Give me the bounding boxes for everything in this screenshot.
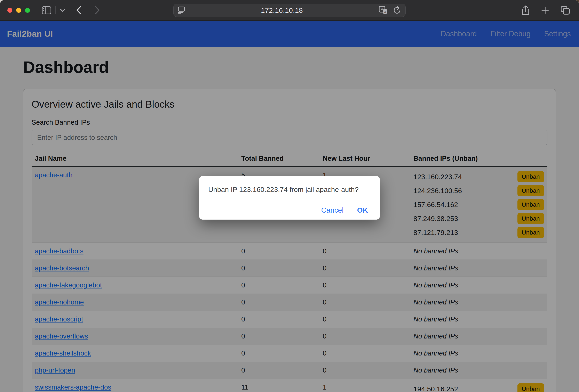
chevron-left-icon — [76, 6, 81, 14]
svg-text:x: x — [384, 10, 386, 13]
confirm-dialog: Unban IP 123.160.223.74 from jail apache… — [199, 176, 380, 220]
chevron-down-icon — [60, 9, 65, 12]
confirm-dialog-message: Unban IP 123.160.223.74 from jail apache… — [199, 176, 380, 202]
zoom-window-button[interactable] — [25, 8, 30, 13]
page-viewport: Fail2ban UI Dashboard Filter Debug Setti… — [0, 21, 579, 392]
url-text[interactable]: 172.16.10.18 — [185, 6, 379, 14]
new-tab-button[interactable] — [541, 6, 549, 14]
minimize-window-button[interactable] — [16, 8, 21, 13]
toolbar-divider — [55, 6, 56, 14]
window-controls — [7, 8, 30, 13]
share-icon — [521, 5, 530, 15]
plus-icon — [541, 6, 549, 14]
browser-toolbar: 172.16.10.18 A x — [0, 0, 579, 21]
forward-button[interactable] — [95, 6, 100, 14]
tab-overview-button[interactable] — [561, 6, 570, 15]
sidebar-toggle-button[interactable] — [42, 6, 51, 14]
tabs-icon — [561, 6, 570, 15]
reload-icon[interactable] — [393, 6, 401, 14]
ok-button[interactable]: OK — [357, 206, 368, 214]
address-bar[interactable]: 172.16.10.18 A x — [173, 4, 406, 17]
sidebar-icon — [42, 6, 51, 14]
share-button[interactable] — [521, 5, 530, 15]
page-format-icon[interactable] — [178, 6, 185, 14]
back-button[interactable] — [76, 6, 81, 14]
close-window-button[interactable] — [7, 8, 12, 13]
translate-icon[interactable]: A x — [379, 6, 388, 14]
safari-window: 172.16.10.18 A x — [0, 0, 579, 392]
sidebar-chevron-button[interactable] — [60, 9, 65, 12]
chevron-right-icon — [95, 6, 100, 14]
confirm-dialog-footer: Cancel OK — [199, 202, 380, 220]
cancel-button[interactable]: Cancel — [321, 206, 344, 214]
